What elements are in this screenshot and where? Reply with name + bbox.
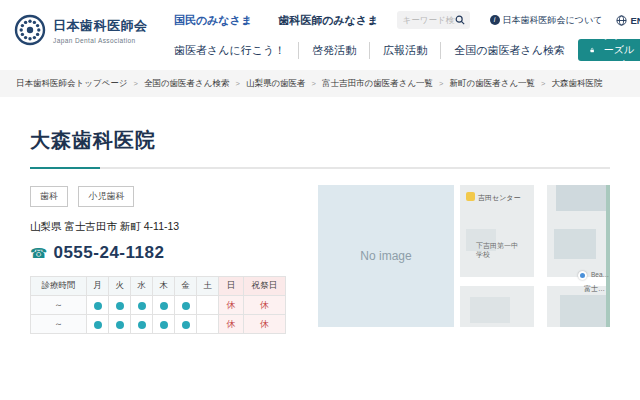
open-day-cell [87, 315, 109, 334]
schedule-row: ～休休 [31, 296, 286, 315]
tab-dentists[interactable]: 歯科医師のみなさま [278, 13, 378, 28]
phone-number: 0555-24-1182 [53, 243, 164, 263]
english-link-label: ENGLISH [630, 15, 640, 26]
col-wed: 水 [131, 277, 153, 296]
logo-subtitle: Japan Dental Association [53, 37, 148, 44]
time-range-cell: ～ [31, 315, 87, 334]
map-poi-icon [466, 192, 475, 201]
no-image-label: No image [360, 249, 411, 263]
open-dot [138, 321, 146, 329]
clinic-address: 山梨県 富士吉田市 新町 4-11-13 [30, 220, 304, 234]
nav-dentist-search[interactable]: 全国の歯医者さん検索 [440, 42, 578, 59]
map-building-block [556, 185, 610, 211]
breadcrumb: 日本歯科医師会トップページ > 全国の歯医者さん検索 > 山梨県の歯医者 > 富… [0, 70, 640, 97]
breadcrumb-search[interactable]: 全国の歯医者さん検索 [144, 78, 230, 90]
map-pin-icon[interactable] [578, 271, 587, 280]
breadcrumb-separator: > [312, 79, 316, 88]
lock-icon [590, 45, 594, 55]
breadcrumb-current: 大森歯科医院 [551, 78, 602, 90]
col-tue: 火 [109, 277, 131, 296]
open-day-cell [153, 315, 175, 334]
map-building-block [470, 297, 510, 323]
time-range-cell: ～ [31, 296, 87, 315]
breadcrumb-home[interactable]: 日本歯科医師会トップページ [16, 78, 128, 90]
main-nav: 歯医者さんに行こう！ 啓発活動 広報活動 全国の歯医者さん検索 メンバーズルーム [174, 39, 640, 61]
open-dot [94, 321, 102, 329]
map-label-school: 下吉田第一中学校 [476, 241, 518, 259]
col-mon: 月 [87, 277, 109, 296]
map-building-block [554, 229, 596, 259]
breadcrumb-city[interactable]: 富士吉田市の歯医者さん一覧 [322, 78, 433, 90]
col-holiday: 祝祭日 [244, 277, 286, 296]
col-hours: 診療時間 [31, 277, 87, 296]
open-day-cell [153, 296, 175, 315]
closed-day-cell: 休 [244, 315, 286, 334]
breadcrumb-prefecture[interactable]: 山梨県の歯医者 [246, 78, 306, 90]
nav-go-to-dentist[interactable]: 歯医者さんに行こう！ [174, 42, 298, 59]
breadcrumb-separator: > [541, 79, 545, 88]
tab-citizens[interactable]: 国民のみなさま [174, 13, 252, 28]
col-thu: 木 [153, 277, 175, 296]
breadcrumb-separator: > [236, 79, 240, 88]
nav-pr[interactable]: 広報活動 [369, 42, 440, 59]
members-room-button[interactable]: メンバーズルーム [578, 39, 640, 61]
header-main: 国民のみなさま 歯科医師のみなさま 日本歯科医師会について ENGL [174, 10, 640, 61]
about-link-label: 日本歯科医師会について [503, 14, 603, 27]
map-road [534, 185, 547, 327]
open-day-cell [131, 296, 153, 315]
nav-awareness[interactable]: 啓発活動 [298, 42, 369, 59]
map-park-edge [606, 185, 610, 327]
map-label-fuji: 富士… [584, 284, 605, 293]
english-link[interactable]: ENGLISH [616, 15, 640, 26]
open-day-cell [131, 315, 153, 334]
clinic-detail-page: 大森歯科医院 歯科 小児歯科 山梨県 富士吉田市 新町 4-11-13 0555… [0, 97, 640, 334]
breadcrumb-separator: > [439, 79, 443, 88]
search-input[interactable] [403, 15, 455, 25]
specialty-tag-dental: 歯科 [30, 186, 68, 207]
clinic-content: 歯科 小児歯科 山梨県 富士吉田市 新町 4-11-13 0555-24-118… [30, 185, 610, 334]
col-sat: 土 [197, 277, 219, 296]
map-building-block [560, 295, 610, 327]
empty-day-cell [197, 296, 219, 315]
closed-day-cell: 休 [244, 296, 286, 315]
open-dot [116, 302, 124, 310]
schedule-row: ～休休 [31, 315, 286, 334]
schedule-body: ～休休～休休 [31, 296, 286, 334]
open-dot [138, 302, 146, 310]
phone-row: 0555-24-1182 [30, 243, 304, 263]
open-day-cell [109, 296, 131, 315]
open-day-cell [175, 296, 197, 315]
open-dot [160, 302, 168, 310]
schedule-table: 診療時間 月 火 水 木 金 土 日 祝祭日 ～休休～休休 [30, 276, 286, 334]
phone-icon [30, 244, 47, 262]
open-dot [94, 302, 102, 310]
members-room-label: メンバーズルーム [599, 29, 638, 71]
info-icon [490, 15, 500, 25]
breadcrumb-separator: > [134, 79, 138, 88]
closed-day-cell: 休 [219, 296, 244, 315]
title-underline [30, 167, 610, 169]
empty-day-cell [197, 315, 219, 334]
site-logo[interactable]: 日本歯科医師会 Japan Dental Association [14, 14, 164, 46]
open-dot [116, 321, 124, 329]
open-day-cell [109, 315, 131, 334]
specialty-tags: 歯科 小児歯科 [30, 185, 304, 207]
search-icon[interactable] [455, 15, 465, 25]
logo-title: 日本歯科医師会 [53, 17, 148, 35]
col-sun: 日 [219, 277, 244, 296]
breadcrumb-district[interactable]: 新町の歯医者さん一覧 [449, 78, 535, 90]
location-map[interactable]: 吉田センター 下吉田第一中学校 Bea… 富士… [460, 185, 610, 327]
keyword-search-box[interactable] [397, 11, 470, 29]
open-dot [182, 321, 190, 329]
no-image-placeholder: No image [318, 185, 454, 327]
map-label-poi: Bea… [591, 271, 609, 279]
open-dot [182, 302, 190, 310]
jda-emblem-icon [14, 14, 46, 46]
open-dot [160, 321, 168, 329]
open-day-cell [175, 315, 197, 334]
specialty-tag-pediatric: 小児歯科 [78, 186, 134, 207]
about-link[interactable]: 日本歯科医師会について [490, 14, 603, 27]
header-utility-row: 国民のみなさま 歯科医師のみなさま 日本歯科医師会について ENGL [174, 10, 640, 30]
globe-icon [616, 15, 627, 26]
clinic-name-title: 大森歯科医院 [30, 127, 610, 154]
